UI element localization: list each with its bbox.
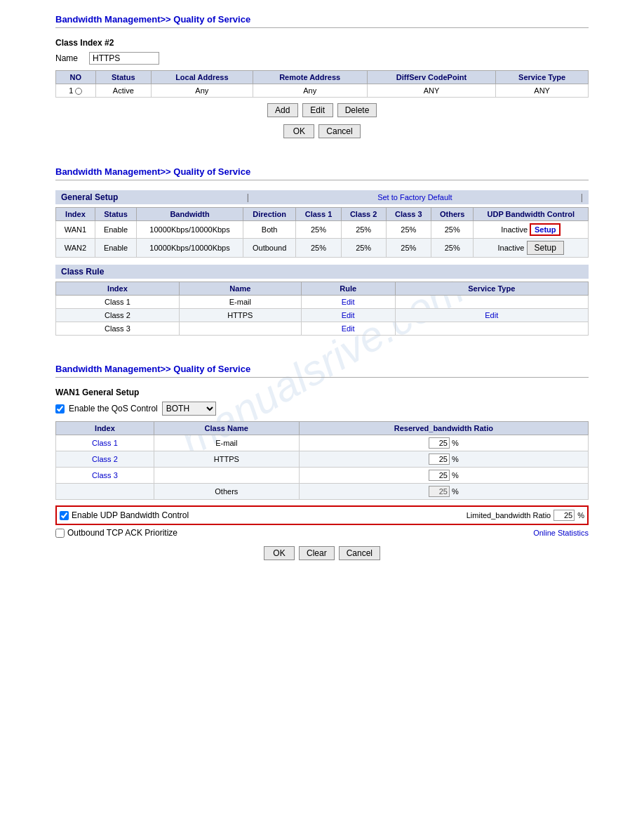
bw-3-name (154, 468, 299, 484)
udp-label: Enable UDP Bandwidth Control (72, 510, 189, 520)
pipe: | (247, 192, 249, 202)
bw-row-2: Class 2 HTTPS % (56, 451, 589, 468)
cr-col-service: Service Type (395, 282, 588, 296)
gs-wan1-direction: Both (243, 221, 295, 239)
cr-1-rule[interactable]: Edit (301, 296, 395, 309)
ratio-input-1[interactable] (429, 437, 450, 449)
edit-button[interactable]: Edit (302, 103, 333, 117)
gs-col-others: Others (431, 208, 474, 221)
bw-row-3: Class 3 % (56, 468, 589, 484)
gs-wan1-bandwidth: 10000Kbps/10000Kbps (137, 221, 243, 239)
ok-button-3[interactable]: OK (264, 546, 295, 560)
enable-qos-checkbox[interactable] (55, 404, 65, 413)
table-row: 1 Active Any Any ANY ANY (56, 84, 589, 98)
col-remote: Remote Address (253, 71, 367, 84)
gs-col-direction: Direction (243, 208, 295, 221)
col-diffserv: DiffServ CodePoint (367, 71, 496, 84)
bw-others-index (56, 484, 154, 500)
tcp-checkbox[interactable] (55, 529, 65, 538)
cr-col-index: Index (56, 282, 180, 296)
gs-wan2-class1: 25% (296, 239, 341, 258)
gs-wan1-class1: 25% (296, 221, 341, 239)
gs-row-wan2: WAN2 Enable 10000Kbps/10000Kbps Outbound… (56, 239, 589, 258)
ratio-unit-2: % (452, 455, 459, 463)
bw-2-index[interactable]: Class 2 (56, 451, 154, 468)
clear-button[interactable]: Clear (299, 546, 335, 560)
bw-1-index[interactable]: Class 1 (56, 435, 154, 451)
gs-wan1-class2: 25% (341, 221, 386, 239)
udp-checkbox[interactable] (60, 511, 69, 520)
cr-3-name (179, 322, 301, 336)
cancel-button[interactable]: Cancel (318, 124, 360, 138)
tcp-row: Outbound TCP ACK Prioritize Online Stati… (55, 528, 589, 538)
delete-button[interactable]: Delete (337, 103, 377, 117)
col-status: Status (95, 71, 151, 84)
section2-header: Bandwidth Management>> Quality of Servic… (55, 166, 589, 177)
row-status: Active (95, 84, 151, 98)
cr-1-name: E-mail (179, 296, 301, 309)
add-button[interactable]: Add (267, 103, 298, 117)
bw-col-ratio: Reserved_bandwidth Ratio (299, 422, 588, 435)
ratio-input-2[interactable] (429, 454, 450, 465)
bw-2-name: HTTPS (154, 451, 299, 468)
udp-control-row: Enable UDP Bandwidth Control Limited_ban… (55, 505, 589, 525)
cr-2-service[interactable]: Edit (395, 309, 588, 322)
setup-button-wan2[interactable]: Setup (527, 241, 564, 255)
gs-wan2-direction: Outbound (243, 239, 295, 258)
enable-qos-label: Enable the QoS Control (69, 404, 158, 413)
cr-row-2: Class 2 HTTPS Edit Edit (56, 309, 589, 322)
bw-row-1: Class 1 E-mail % (56, 435, 589, 451)
cr-2-rule[interactable]: Edit (301, 309, 395, 322)
ratio-input-3[interactable] (429, 470, 450, 481)
name-input[interactable] (89, 52, 159, 65)
gs-wan2-udp: Inactive Setup (474, 239, 589, 258)
ok-button[interactable]: OK (283, 124, 314, 138)
bandwidth-table: Index Class Name Reserved_bandwidth Rati… (55, 421, 589, 500)
cr-1-service (395, 296, 588, 309)
name-row: Name (55, 52, 589, 65)
bw-others-name: Others (154, 484, 299, 500)
gs-col-udp: UDP Bandwidth Control (474, 208, 589, 221)
direction-select[interactable]: BOTH Inbound Outbound (162, 402, 216, 416)
gs-wan1-others: 25% (431, 221, 474, 239)
ratio-unit-1: % (452, 439, 459, 447)
cr-3-service (395, 322, 588, 336)
gs-col-index: Index (56, 208, 95, 221)
pipe2: | (581, 192, 583, 202)
factory-default-link[interactable]: Set to Factory Default (377, 193, 452, 201)
table-buttons: Add Edit Delete (55, 103, 589, 117)
general-setup-table: Index Status Bandwidth Direction Class 1… (55, 207, 589, 258)
section3-footer: OK Clear Cancel (55, 546, 589, 560)
gs-wan1-index: WAN1 (56, 221, 95, 239)
bw-others-ratio: % (299, 484, 588, 500)
ratio-unit-others: % (452, 487, 459, 496)
general-setup-title: General Setup (61, 192, 118, 202)
wan-setup-title: WAN1 General Setup (55, 388, 589, 397)
radio-btn[interactable] (75, 88, 82, 95)
udp-left: Enable UDP Bandwidth Control (60, 510, 189, 520)
name-label: Name (55, 53, 83, 63)
gs-wan1-udp: Inactive Setup (474, 221, 589, 239)
limited-unit: % (577, 511, 584, 519)
udp-right: Limited_bandwidth Ratio % (467, 510, 584, 521)
bw-1-ratio: % (299, 435, 588, 451)
cr-row-3: Class 3 Edit (56, 322, 589, 336)
limited-ratio-input[interactable] (554, 510, 575, 521)
cr-col-name: Name (179, 282, 301, 296)
cr-col-rule: Rule (301, 282, 395, 296)
bw-3-index[interactable]: Class 3 (56, 468, 154, 484)
limited-label: Limited_bandwidth Ratio (467, 511, 551, 519)
gs-wan2-others: 25% (431, 239, 474, 258)
class-rule-section: Class Rule Index Name Rule Service Type … (55, 265, 589, 336)
cr-3-rule[interactable]: Edit (301, 322, 395, 336)
col-no: NO (56, 71, 96, 84)
online-stats-link[interactable]: Online Statistics (533, 529, 589, 537)
cancel-button-3[interactable]: Cancel (339, 546, 380, 560)
section2: Bandwidth Management>> Quality of Servic… (55, 166, 589, 336)
bw-col-index: Index (56, 422, 154, 435)
setup-button-wan1[interactable]: Setup (530, 223, 561, 236)
gs-row-wan1: WAN1 Enable 10000Kbps/10000Kbps Both 25%… (56, 221, 589, 239)
cr-2-index: Class 2 (56, 309, 180, 322)
section3-header: Bandwidth Management>> Quality of Servic… (55, 364, 589, 374)
class-rule-table: Index Name Rule Service Type Class 1 E-m… (55, 282, 589, 336)
